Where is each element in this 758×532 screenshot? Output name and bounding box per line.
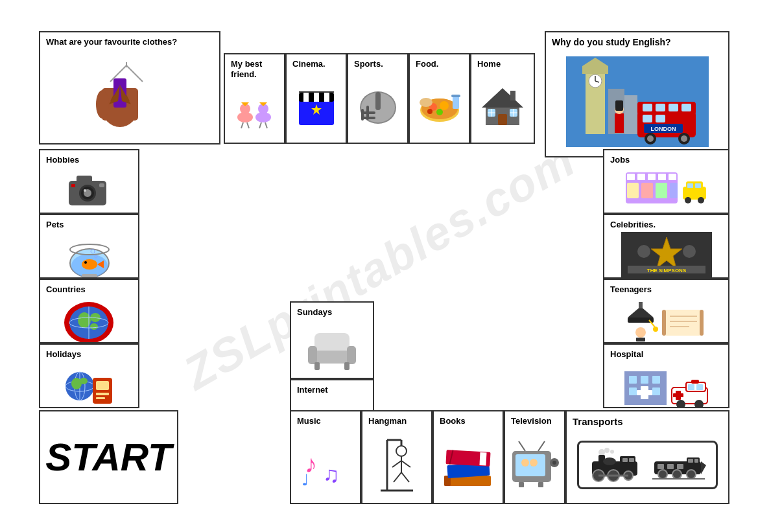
cell-sundays: Sundays [290,301,374,379]
svg-point-108 [80,378,88,384]
svg-rect-154 [627,183,639,198]
svg-point-39 [427,109,432,114]
svg-rect-184 [629,376,637,384]
svg-text:LONDON: LONDON [650,126,676,132]
svg-point-89 [82,259,97,270]
svg-point-71 [647,135,654,142]
television-icon [508,428,562,500]
cell-food: Food. [409,53,470,144]
celebrities-icon: THE SIMPSONS [607,232,726,277]
svg-rect-24 [324,93,329,102]
svg-rect-139 [515,454,545,476]
svg-rect-216 [688,459,693,463]
svg-rect-188 [652,387,660,395]
svg-line-145 [538,441,545,451]
cell-countries: Countries [39,279,139,343]
cell-sports: Sports. [347,53,409,144]
bestfriend-icon [228,81,281,140]
svg-rect-160 [687,183,693,188]
svg-line-144 [519,441,525,451]
svg-rect-171 [662,310,666,336]
cell-home: Home [470,53,535,144]
watermark: ZSLprintables.com [174,132,584,399]
svg-rect-95 [82,274,97,278]
books-icon [436,428,500,500]
sundays-title: Sundays [294,305,370,319]
svg-point-163 [698,197,704,203]
transports-title: Transports [569,414,726,430]
svg-point-143 [552,461,556,465]
cell-cinema: Cinema. [285,53,347,144]
cell-why-english: Why do you study English? [545,31,729,157]
svg-rect-31 [361,111,375,114]
svg-line-17 [247,122,249,128]
svg-point-223 [687,470,696,479]
svg-point-168 [637,245,650,258]
svg-point-201 [604,448,610,453]
svg-rect-85 [99,183,104,187]
cinema-title: Cinema. [289,57,343,71]
svg-rect-115 [308,346,317,364]
cell-pets: Pets [39,214,139,279]
why-english-icon: LONDON [549,50,726,154]
hobbies-icon [43,167,136,210]
svg-rect-147 [538,482,543,487]
cell-transports: Transports [565,410,729,504]
svg-rect-112 [96,397,105,399]
svg-rect-78 [615,100,623,111]
svg-rect-172 [700,310,704,336]
clothes-icon [43,49,217,141]
svg-rect-23 [314,93,319,102]
cell-holidays: Holidays [39,343,139,408]
svg-line-7 [126,65,143,82]
svg-rect-110 [96,381,109,390]
svg-point-6 [96,90,109,119]
teenagers-title: Teenagers [607,283,726,297]
board: ZSLprintables.com What are your favourit… [0,0,758,532]
cell-hobbies: Hobbies [39,149,139,214]
holidays-icon [43,362,136,408]
svg-point-200 [598,449,605,456]
television-title: Television [508,414,562,428]
svg-rect-117 [314,362,320,370]
svg-rect-149 [627,174,635,180]
teenagers-icon [607,297,726,342]
svg-rect-41 [451,95,460,97]
books-title: Books [436,414,500,428]
svg-rect-161 [695,183,701,188]
svg-rect-33 [375,92,381,110]
svg-line-129 [401,461,410,467]
food-icon [412,71,466,140]
cell-hangman: Hangman [361,410,432,504]
svg-text:♩: ♩ [302,471,309,489]
svg-point-107 [71,378,82,389]
svg-marker-44 [482,88,523,108]
hobbies-title: Hobbies [43,153,136,167]
cell-start: START [39,410,178,504]
cinema-icon [289,71,343,140]
svg-rect-45 [498,114,507,125]
svg-rect-146 [519,482,524,487]
svg-rect-190 [637,390,652,395]
cell-teenagers: Teenagers [603,279,729,343]
svg-rect-67 [681,104,691,111]
svg-point-84 [84,189,86,192]
cell-celebrities: Celebrities. THE SIMPSONS [603,214,729,279]
cell-jobs: Jobs [603,149,729,214]
svg-point-140 [521,459,529,467]
svg-point-222 [672,470,681,479]
svg-rect-151 [648,174,656,180]
svg-point-100 [90,323,98,330]
transports-icon [569,430,726,500]
svg-rect-40 [453,96,459,109]
svg-point-180 [653,327,658,332]
svg-point-206 [603,457,616,465]
jobs-icon [607,167,726,210]
hospital-title: Hospital [607,347,726,362]
cell-music: Music ♪ ♫ ♩ [290,410,361,504]
svg-rect-76 [615,113,624,133]
svg-rect-55 [582,66,608,74]
svg-rect-64 [643,104,652,111]
hospital-icon [607,362,726,407]
svg-rect-118 [344,362,349,370]
